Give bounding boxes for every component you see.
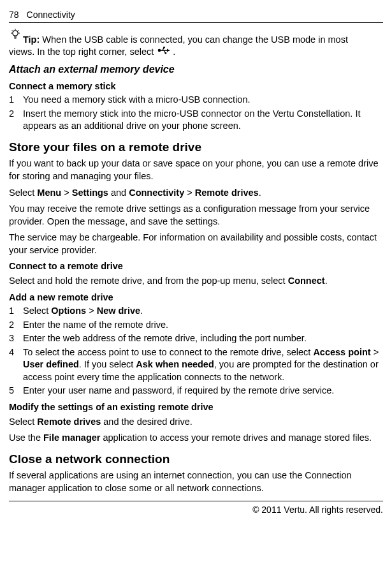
nav-text: Select xyxy=(9,188,37,198)
step1-options: Options xyxy=(51,306,86,316)
step1-sep: > xyxy=(86,306,97,316)
connect-post: . xyxy=(325,276,328,286)
step4-access-point: Access point xyxy=(313,347,370,357)
step-body: Enter your user name and password, if re… xyxy=(23,385,383,397)
attach-steps-list: 1You need a memory stick with a micro-US… xyxy=(9,94,383,133)
step-number: 4 xyxy=(9,346,23,384)
page-number: 78 xyxy=(9,9,19,21)
step4-user-defined: User defined xyxy=(23,359,79,369)
tip-text-line2: views. In the top right corner, select . xyxy=(9,46,383,59)
step-number: 2 xyxy=(9,108,23,133)
step-body: Enter the web address of the remote driv… xyxy=(23,332,383,345)
page-header: 78 Connectivity xyxy=(9,9,383,23)
nav-sep: > xyxy=(61,188,72,198)
modify-post: and the desired drive. xyxy=(101,417,192,427)
tip-text-line1: Tip: When the USB cable is connected, yo… xyxy=(23,34,348,44)
nav-remote-drives: Remote drives xyxy=(195,188,259,198)
heading-attach-external: Attach an external memory device xyxy=(9,63,383,77)
nav-menu: Menu xyxy=(37,188,61,198)
step4-sep: > xyxy=(371,347,379,357)
tip-body-2b: . xyxy=(173,47,175,57)
step4-pre: To select the access point to use to con… xyxy=(23,347,313,357)
list-item: 4To select the access point to use to co… xyxy=(9,346,383,384)
step-body: Enter the name of the remote drive. xyxy=(23,319,383,332)
tip-body-1: When the USB cable is connected, you can… xyxy=(40,34,348,44)
heading-close-connection: Close a network connection xyxy=(9,451,383,468)
tip-block: Tip: When the USB cable is connected, yo… xyxy=(9,28,383,59)
svg-line-7 xyxy=(18,30,19,31)
list-item: 1Select Options > New drive. xyxy=(9,305,383,318)
modify-remote-drives: Remote drives xyxy=(37,417,101,427)
fm-pre: Use the xyxy=(9,432,43,443)
svg-rect-12 xyxy=(165,53,167,55)
step4-mid: . If you select xyxy=(79,359,136,369)
nav-sep: > xyxy=(184,188,195,198)
tip-label: Tip: xyxy=(23,34,40,44)
page-container: 78 Connectivity Tip: When the USB cable … xyxy=(0,0,392,522)
fm-post: application to access your remote drives… xyxy=(100,432,372,443)
svg-point-11 xyxy=(163,47,165,49)
nav-and: and xyxy=(108,188,129,198)
svg-marker-10 xyxy=(167,49,170,52)
step-body: Insert the memory stick into the micro-U… xyxy=(23,108,383,133)
step-body: Select Options > New drive. xyxy=(23,305,383,318)
file-manager: File manager xyxy=(43,432,100,443)
step-body: To select the access point to use to con… xyxy=(23,346,383,384)
step-number: 1 xyxy=(9,94,23,107)
list-item: 2Enter the name of the remote drive. xyxy=(9,319,383,332)
connect-word: Connect xyxy=(288,276,325,286)
page-section-title: Connectivity xyxy=(27,9,75,21)
tip-body-2a: views. In the top right corner, select xyxy=(9,47,156,57)
store-p2: You may receive the remote drive setting… xyxy=(9,203,383,228)
step-number: 1 xyxy=(9,305,23,318)
nav-settings: Settings xyxy=(72,188,108,198)
nav-connectivity: Connectivity xyxy=(129,188,184,198)
list-item: 2Insert the memory stick into the micro-… xyxy=(9,108,383,133)
connect-pre: Select and hold the remote drive, and fr… xyxy=(9,276,288,286)
page-footer: © 2011 Vertu. All rights reserved. xyxy=(9,501,383,516)
step1-post: . xyxy=(140,306,143,316)
step1-new-drive: New drive xyxy=(97,306,141,316)
store-p1: If you want to back up your data or save… xyxy=(9,158,383,182)
step4-ask-when-needed: Ask when needed xyxy=(136,359,214,369)
store-nav-path: Select Menu > Settings and Connectivity … xyxy=(9,187,383,200)
close-p1: If several applications are using an int… xyxy=(9,469,383,494)
store-p3: The service may be chargeable. For infor… xyxy=(9,232,383,256)
nav-period: . xyxy=(259,188,261,198)
step-number: 5 xyxy=(9,385,23,397)
list-item: 3Enter the web address of the remote dri… xyxy=(9,332,383,345)
add-steps-list: 1Select Options > New drive. 2Enter the … xyxy=(9,305,383,397)
lightbulb-icon xyxy=(9,28,22,45)
step-body: You need a memory stick with a micro-USB… xyxy=(23,94,383,107)
heading-store-files: Store your files on a remote drive xyxy=(9,139,383,156)
heading-add-remote: Add a new remote drive xyxy=(9,292,383,304)
usb-icon xyxy=(157,46,171,59)
list-item: 1You need a memory stick with a micro-US… xyxy=(9,94,383,107)
modify-fm-line: Use the File manager application to acce… xyxy=(9,432,383,445)
modify-pre: Select xyxy=(9,417,37,427)
step1-pre: Select xyxy=(23,306,51,316)
heading-connect-memory-stick: Connect a memory stick xyxy=(9,80,383,93)
modify-line: Select Remote drives and the desired dri… xyxy=(9,416,383,429)
connect-line: Select and hold the remote drive, and fr… xyxy=(9,275,383,288)
step-number: 2 xyxy=(9,319,23,332)
list-item: 5Enter your user name and password, if r… xyxy=(9,385,383,397)
step-number: 3 xyxy=(9,332,23,345)
svg-line-6 xyxy=(12,30,13,31)
svg-point-0 xyxy=(13,31,18,36)
copyright-text: © 2011 Vertu. All rights reserved. xyxy=(252,505,383,515)
heading-modify-remote: Modify the settings of an existing remot… xyxy=(9,401,383,414)
heading-connect-remote: Connect to a remote drive xyxy=(9,260,383,273)
